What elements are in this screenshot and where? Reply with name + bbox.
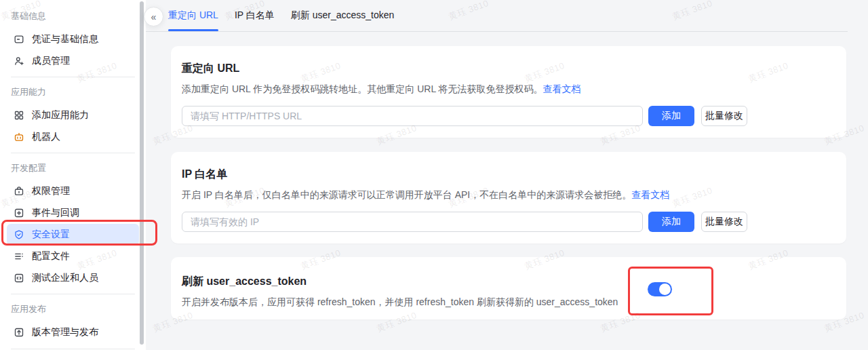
toggle-knob bbox=[659, 284, 671, 295]
view-docs-link[interactable]: 查看文档 bbox=[543, 83, 581, 94]
refresh-token-toggle[interactable] bbox=[648, 282, 672, 296]
sidebar-divider bbox=[11, 77, 135, 77]
refresh-token-card: 刷新 user_access_token 开启并发布版本后，应用可获得 refr… bbox=[171, 257, 846, 319]
sidebar-item-label: 凭证与基础信息 bbox=[32, 33, 98, 45]
sidebar-item-security[interactable]: 安全设置 bbox=[7, 224, 139, 246]
sidebar-item-label: 事件与回调 bbox=[32, 207, 79, 219]
sidebar-item-test-company[interactable]: 测试企业和人员 bbox=[7, 267, 139, 289]
app-window: 基础信息 凭证与基础信息 成员管理 应用能力 添加应用能力 机器人 bbox=[0, 0, 868, 350]
ip-whitelist-input-row: 添加 批量修改 bbox=[182, 212, 835, 232]
sidebar-divider bbox=[11, 294, 135, 294]
main-panel: 重定向 URL IP 白名单 刷新 user_access_token 重定向 … bbox=[146, 0, 868, 350]
sidebar-item-bot[interactable]: 机器人 bbox=[7, 126, 139, 148]
tab-refresh-token[interactable]: 刷新 user_access_token bbox=[291, 0, 395, 31]
section-title-refresh-token: 刷新 user_access_token bbox=[182, 274, 835, 289]
sidebar-item-credentials[interactable]: 凭证与基础信息 bbox=[7, 28, 139, 50]
sidebar: 基础信息 凭证与基础信息 成员管理 应用能力 添加应用能力 机器人 bbox=[0, 0, 146, 350]
add-redirect-url-button[interactable]: 添加 bbox=[648, 106, 694, 126]
ip-whitelist-input[interactable] bbox=[182, 212, 643, 232]
sidebar-item-label: 测试企业和人员 bbox=[32, 272, 98, 284]
sidebar-item-events-callbacks[interactable]: 事件与回调 bbox=[7, 202, 139, 224]
add-ip-button[interactable]: 添加 bbox=[648, 212, 694, 232]
tab-ip-whitelist[interactable]: IP 白名单 bbox=[235, 0, 275, 31]
sidebar-item-label: 权限管理 bbox=[32, 185, 70, 197]
tab-bar: 重定向 URL IP 白名单 刷新 user_access_token bbox=[146, 0, 848, 32]
member-add-icon bbox=[14, 56, 24, 66]
app-capability-grid-icon bbox=[14, 110, 24, 121]
batch-edit-ip-button[interactable]: 批量修改 bbox=[701, 212, 747, 232]
version-publish-icon bbox=[14, 327, 24, 338]
sidebar-section-header: 应用发布 bbox=[0, 303, 146, 316]
redirect-url-card: 重定向 URL 添加重定向 URL 作为免登授权码跳转地址。其他重定向 URL … bbox=[171, 46, 846, 138]
event-callback-icon bbox=[14, 208, 24, 218]
batch-edit-redirect-url-button[interactable]: 批量修改 bbox=[701, 106, 747, 126]
sidebar-section-header: 开发配置 bbox=[0, 161, 146, 175]
test-code-icon bbox=[14, 273, 24, 284]
redirect-url-input-row: 添加 批量修改 bbox=[182, 106, 835, 126]
sidebar-item-label: 安全设置 bbox=[32, 229, 70, 241]
sidebar-item-permissions[interactable]: 权限管理 bbox=[7, 180, 139, 202]
sidebar-item-version-release[interactable]: 版本管理与发布 bbox=[7, 322, 139, 343]
ip-whitelist-card: IP 白名单 开启 IP 白名单后，仅白名单中的来源请求可以正常调用开放平台 A… bbox=[171, 152, 846, 244]
section-description-refresh-token: 开启并发布版本后，应用可获得 refresh_token，并使用 refresh… bbox=[182, 295, 835, 309]
collapse-sidebar-icon: « bbox=[151, 12, 157, 22]
section-description-ip-whitelist: 开启 IP 白名单后，仅白名单中的来源请求可以正常调用开放平台 API，不在白名… bbox=[182, 188, 835, 201]
section-title-redirect-url: 重定向 URL bbox=[182, 61, 835, 76]
section-description-redirect-url: 添加重定向 URL 作为免登授权码跳转地址。其他重定向 URL 将无法获取免登授… bbox=[182, 82, 835, 96]
section-title-ip-whitelist: IP 白名单 bbox=[182, 167, 835, 182]
sidebar-item-add-capability[interactable]: 添加应用能力 bbox=[7, 104, 139, 126]
credential-card-icon bbox=[14, 34, 24, 45]
robot-icon bbox=[14, 132, 24, 142]
sidebar-divider bbox=[11, 153, 135, 153]
collapse-sidebar-button[interactable]: « bbox=[144, 7, 163, 26]
description-text: 添加重定向 URL 作为免登授权码跳转地址。其他重定向 URL 将无法获取免登授… bbox=[182, 83, 543, 94]
security-shield-icon bbox=[14, 229, 24, 240]
sidebar-item-label: 版本管理与发布 bbox=[32, 326, 98, 338]
sidebar-scrollbar[interactable] bbox=[140, 1, 144, 345]
permission-briefcase-icon bbox=[14, 186, 24, 197]
config-file-icon bbox=[14, 251, 24, 262]
sidebar-item-label: 添加应用能力 bbox=[32, 109, 89, 121]
content-area: 重定向 URL 添加重定向 URL 作为免登授权码跳转地址。其他重定向 URL … bbox=[146, 32, 868, 319]
sidebar-divider bbox=[11, 349, 135, 349]
sidebar-item-label: 机器人 bbox=[32, 131, 60, 143]
sidebar-item-members[interactable]: 成员管理 bbox=[7, 50, 139, 72]
sidebar-item-label: 配置文件 bbox=[32, 250, 70, 262]
redirect-url-input[interactable] bbox=[182, 106, 643, 126]
sidebar-item-config-file[interactable]: 配置文件 bbox=[7, 246, 139, 267]
description-text: 开启 IP 白名单后，仅白名单中的来源请求可以正常调用开放平台 API，不在白名… bbox=[182, 189, 631, 200]
view-docs-link[interactable]: 查看文档 bbox=[631, 189, 669, 200]
sidebar-section-header: 基础信息 bbox=[0, 9, 146, 23]
sidebar-section-header: 应用能力 bbox=[0, 85, 146, 99]
tab-redirect-url[interactable]: 重定向 URL bbox=[168, 0, 218, 31]
sidebar-item-label: 成员管理 bbox=[32, 55, 70, 67]
